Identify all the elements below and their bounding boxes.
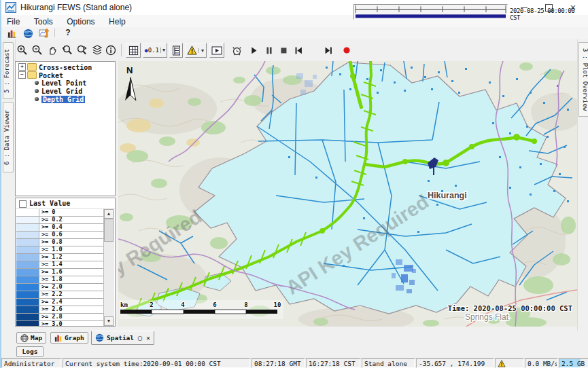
menu-help[interactable]: Help [103,16,131,26]
menu-tools[interactable]: Tools [29,16,58,26]
tree-label: Cross-section [39,64,92,71]
sidebar-tab-data-viewer[interactable]: 6 : Data Viewer [3,102,14,172]
logs-button[interactable]: Logs [16,346,44,357]
movie-player-icon [211,46,222,55]
tree-row-cross-section[interactable]: +Cross-section [16,63,115,71]
menu-file[interactable]: File [1,16,25,26]
legend-color-swatch [16,224,39,231]
menu-options[interactable]: Options [61,16,100,26]
scroll-up-icon[interactable]: ▲ [104,209,114,219]
legend-row-label: >= 0.4 [39,224,103,231]
legend-panel: Last Value >= 0 >= 0.2 >= 0.4 >= 0.6 >= … [15,198,116,327]
pause-button[interactable] [262,43,277,58]
legend-row-label: >= 1.4 [39,261,103,268]
zoom-previous-button[interactable] [60,43,75,58]
chart-arrow-icon [39,28,50,39]
map-display-button[interactable] [22,28,34,39]
play-icon [248,45,259,56]
tree-row-pocket[interactable]: −Pocket [16,71,115,79]
tab-spatial-label: Spatial [107,334,134,342]
stop-button[interactable] [276,43,291,58]
legend-row-label: >= 1.2 [39,254,103,261]
node-bullet-icon [35,81,39,85]
skip-to-start-button[interactable] [291,43,306,58]
tab-graph[interactable]: Graph [50,332,88,344]
collapse-icon[interactable]: − [18,71,26,79]
tree-row-depth-grid[interactable]: Depth Grid [16,96,115,104]
scroll-down-icon[interactable]: ▼ [104,316,114,326]
map-canvas[interactable]: API Key Required API Key Required Hikura… [118,61,577,327]
scale-bar: km 2 4 6 8 10 [119,300,283,319]
zoom-out-icon [31,44,44,56]
scroll-thumb[interactable] [104,219,114,242]
toolbar-separator [121,44,122,56]
last-value-checkbox[interactable] [19,200,27,208]
chevron-down-icon: ▼ [198,48,205,53]
left-tab-strip: 5 : Forecast 6 : Data Viewer [1,39,16,358]
town-label: Hikurangi [428,191,467,200]
warning-triangle-icon [498,360,506,367]
layers-icon [91,44,103,56]
right-tab-strip: 3 : Plot Overview [577,39,588,331]
tree-label: Pocket [39,72,63,79]
play-button[interactable] [246,43,261,58]
zoom-previous-icon [61,44,73,56]
tree-row-level-grid[interactable]: Level Grid [16,88,115,96]
warnings-dropdown[interactable]: ▼ [185,43,207,58]
legend-color-swatch [16,299,39,306]
status-gmt-time: 08:27:18 GMT [252,358,305,368]
tab-map[interactable]: Map [16,332,46,344]
record-button[interactable] [339,43,354,58]
zoom-next-button[interactable] [75,43,90,58]
legend-toggle-button[interactable] [169,43,183,58]
north-label: N [126,65,133,75]
legend-color-swatch [16,254,39,261]
map-view[interactable]: API Key Required API Key Required Hikura… [118,61,577,327]
scale-unit-label: km [120,301,128,308]
node-bullet-icon [35,97,39,101]
zoom-in-button[interactable] [15,43,30,58]
legend-color-swatch [16,246,39,253]
sidebar-tab-forecast[interactable]: 5 : Forecast [3,42,14,99]
grid-icon [128,45,139,56]
spatial-display-button[interactable] [38,28,50,39]
layers-button[interactable] [90,43,105,58]
skip-to-end-button[interactable] [306,43,321,58]
legend-color-swatch [16,269,39,276]
sidebar-tab-plot-overview[interactable]: 3 : Plot Overview [578,42,588,117]
legend-row-label: >= 2.6 [39,306,103,313]
tab-maximize-icon[interactable]: ▢ [138,334,142,342]
pause-icon [264,45,275,56]
tab-close-icon[interactable]: ✕ [146,334,150,342]
tree-row-level-point[interactable]: Level Point [16,79,115,88]
legend-row-label: >= 2.2 [39,291,103,298]
legend-color-swatch [16,291,39,298]
interval-dropdown[interactable]: ●0.1▼ [143,43,167,58]
expand-icon[interactable]: + [18,63,26,71]
timer-button[interactable] [229,43,244,58]
info-button[interactable] [103,43,118,58]
legend-color-swatch [16,284,39,291]
grid-toggle-button[interactable] [126,43,141,58]
status-mode: Stand alone [362,358,415,368]
legend-row-label: >= 1.6 [39,269,103,276]
timeline-track [354,5,507,19]
legend-row: >= 3.0 [16,321,103,326]
logs-row: Logs [1,346,588,358]
legend-scrollbar[interactable]: ▲ ▼ [103,209,114,326]
toolbar-separator [54,29,55,37]
explorer-button[interactable] [5,28,18,39]
status-coordinates: -35.657 , 174.199 [416,358,494,368]
zoom-out-button[interactable] [30,43,45,58]
legend-color-swatch [16,276,39,283]
timeline-slider[interactable] [353,4,508,20]
tab-spatial-active[interactable]: Spatial ▢ ✕ [91,331,154,345]
legend-row-label: >= 3.0 [39,321,103,326]
animation-player-button[interactable] [209,43,224,58]
pan-button[interactable] [45,43,60,58]
scale-tick: 2 [150,301,153,308]
help-button[interactable]: ? [63,28,73,37]
application-window: Hikurangi FEWS (Stand alone) × File Tool… [0,0,588,368]
globe-icon [95,333,104,342]
map-time-label: Time: 2020-08-25 00:00:00 CST [448,304,572,312]
